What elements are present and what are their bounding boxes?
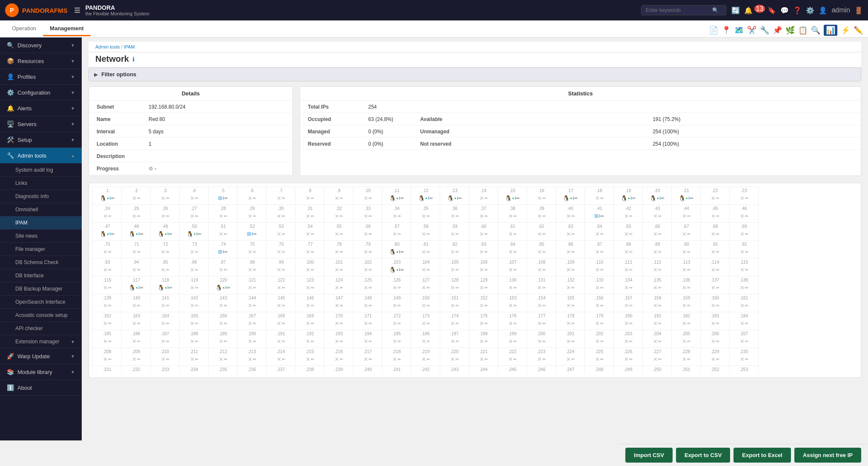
edit-ip-icon[interactable]: ✏ [427,268,430,272]
info-ip-icon[interactable]: ℹ [515,196,516,200]
edit-ip-icon[interactable]: ✏ [542,285,546,290]
import-csv-button[interactable]: Import CSV [625,448,673,463]
edit-ip-icon[interactable]: ✏ [369,196,372,201]
edit-ip-icon[interactable]: ✏ [513,250,517,254]
edit-ip-icon[interactable]: ✏ [195,268,198,272]
edit-ip-icon[interactable]: ✏ [600,268,604,272]
edit-ip-icon[interactable]: ✏ [369,321,372,326]
edit-ip-icon[interactable]: ✏ [484,196,488,201]
edit-ip-icon[interactable]: ✏ [398,357,401,362]
sidebar-subitem-db-schema[interactable]: DB Schema Check [0,256,82,269]
edit-ip-icon[interactable]: ✏ [484,268,488,272]
edit-ip-icon[interactable]: ✏ [600,303,604,308]
edit-ip-icon[interactable]: ✏ [340,285,343,290]
sidebar-item-alerts[interactable]: 🔔Alerts ▼ [0,101,82,116]
edit-ip-icon[interactable]: ✏ [427,232,430,236]
sidebar-subitem-system-audit[interactable]: System audit log [0,164,82,177]
edit-ip-icon[interactable]: ✏ [629,339,633,344]
edit-ip-icon[interactable]: ✏ [253,232,257,236]
grid-icon[interactable]: ⊞ [218,249,222,255]
edit-ip-icon[interactable]: ✏ [687,214,690,219]
tab-management[interactable]: Management [43,22,90,36]
edit-ip-icon[interactable]: ✏ [455,285,459,290]
sidebar-subitem-api-checker[interactable]: API checker [0,322,82,335]
info-ip-icon[interactable]: ℹ [399,268,400,272]
edit-ip-icon[interactable]: ✏ [687,285,690,290]
edit-ip-icon[interactable]: ✏ [484,214,488,219]
edit-ip-icon[interactable]: ✏ [745,196,748,201]
edit-ip-icon[interactable]: ✏ [369,232,372,236]
edit-ip-icon[interactable]: ✏ [224,232,227,236]
edit-ip-icon[interactable]: ✏ [253,321,256,326]
edit-ip-icon[interactable]: ✏ [401,250,404,254]
edit-ip-icon[interactable]: ✏ [716,321,719,326]
edit-ip-icon[interactable]: ✏ [398,285,401,290]
edit-ip-icon[interactable]: ✏ [687,303,690,308]
edit-ip-icon[interactable]: ✏ [745,285,748,290]
logout-icon[interactable]: 🚪 [854,6,863,14]
edit-ip-icon[interactable]: ✏ [166,214,169,219]
edit-ip-icon[interactable]: ✏ [745,303,748,308]
info-ip-icon[interactable]: ℹ [138,232,140,236]
toolbar-branch-icon[interactable]: 🌿 [785,26,795,35]
user-icon[interactable]: 👤 [819,6,827,14]
toolbar-location-icon[interactable]: 📍 [722,26,731,35]
edit-ip-icon[interactable]: ✏ [484,321,488,326]
edit-ip-icon[interactable]: ✏ [542,303,546,308]
edit-ip-icon[interactable]: ✏ [137,357,140,362]
edit-ip-icon[interactable]: ✏ [455,339,459,344]
edit-ip-icon[interactable]: ✏ [282,196,285,201]
edit-ip-icon[interactable]: ✏ [253,250,256,254]
info-ip-icon[interactable]: ℹ [225,285,226,290]
edit-ip-icon[interactable]: ✏ [253,214,256,219]
edit-ip-icon[interactable]: ✏ [658,232,662,236]
edit-ip-icon[interactable]: ✏ [513,339,517,344]
edit-ip-icon[interactable]: ✏ [455,250,459,254]
edit-ip-icon[interactable]: ✏ [311,339,314,344]
edit-ip-icon[interactable]: ✏ [571,303,575,308]
edit-ip-icon[interactable]: ✏ [427,357,430,362]
edit-ip-icon[interactable]: ✏ [311,357,314,362]
sidebar-item-resources[interactable]: 📦Resources ▼ [0,53,82,69]
sidebar-item-module-library[interactable]: 📚Module library ▼ [0,364,82,380]
info-ip-icon[interactable]: ℹ [223,196,224,200]
edit-ip-icon[interactable]: ✏ [369,285,372,290]
edit-ip-icon[interactable]: ✏ [658,321,662,326]
info-ip-icon[interactable]: ℹ [109,232,111,236]
edit-ip-icon[interactable]: ✏ [629,268,633,272]
edit-ip-icon[interactable]: ✏ [108,321,112,326]
edit-ip-icon[interactable]: ✏ [745,321,748,326]
edit-ip-icon[interactable]: ✏ [166,250,169,254]
edit-ip-icon[interactable]: ✏ [571,339,575,344]
edit-ip-icon[interactable]: ✏ [629,285,633,290]
edit-ip-icon[interactable]: ✏ [542,339,546,344]
edit-ip-icon[interactable]: ✏ [658,339,662,344]
edit-ip-icon[interactable]: ✏ [311,303,314,308]
edit-ip-icon[interactable]: ✏ [398,232,401,236]
toolbar-report-icon[interactable]: 📊 [824,25,837,36]
sidebar-subitem-diagnostic[interactable]: Diagnostic info [0,190,82,203]
edit-ip-icon[interactable]: ✏ [455,303,459,308]
edit-ip-icon[interactable]: ✏ [427,285,430,290]
edit-ip-icon[interactable]: ✏ [282,250,285,254]
edit-ip-icon[interactable]: ✏ [716,250,719,254]
edit-ip-icon[interactable]: ✏ [253,285,256,290]
edit-ip-icon[interactable]: ✏ [484,339,488,344]
toolbar-search2-icon[interactable]: 🔍 [811,26,820,35]
info-ip-icon[interactable]: ℹ [688,196,690,200]
info-ip-icon[interactable]: ℹ [109,196,111,200]
edit-ip-icon[interactable]: ✏ [169,285,172,290]
sidebar-subitem-omnishell[interactable]: Omnishell [0,203,82,216]
grid-scroll[interactable]: .1 🐧●ℹ✏ .2 ✕✏ .3 ✕✏ .4 ✕✏ .5 ⊞ℹ✏ .6 ✕✏ .… [92,187,857,374]
edit-ip-icon[interactable]: ✏ [600,339,604,344]
edit-ip-icon[interactable]: ✏ [282,268,285,272]
grid-icon[interactable]: ⊞ [594,213,599,219]
edit-ip-icon[interactable]: ✏ [629,232,633,236]
edit-ip-icon[interactable]: ✏ [166,339,169,344]
edit-ip-icon[interactable]: ✏ [311,285,314,290]
edit-ip-icon[interactable]: ✏ [455,268,459,272]
fire-icon[interactable]: 🔖 [768,6,776,14]
edit-ip-icon[interactable]: ✏ [311,268,314,272]
edit-ip-icon[interactable]: ✏ [108,268,112,272]
sidebar-subitem-site-news[interactable]: Site news [0,230,82,243]
